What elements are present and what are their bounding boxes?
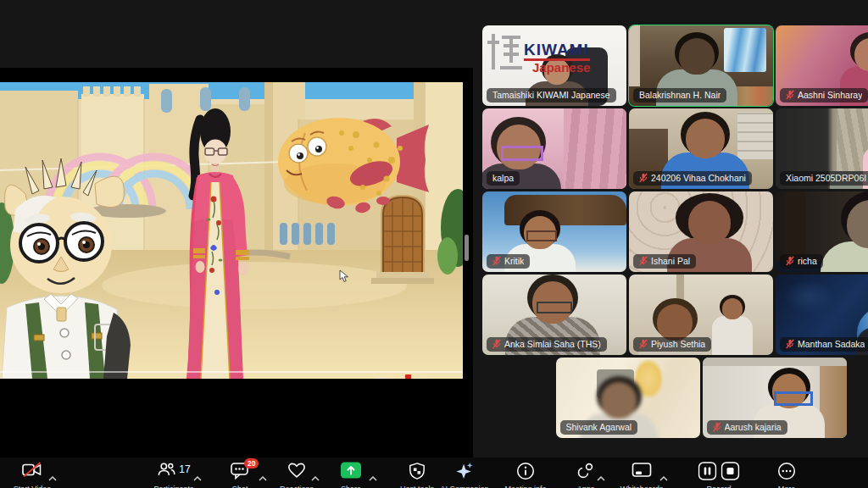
participant-name-pill: Tamaishiki KIWAMI Japanese <box>487 88 616 103</box>
apps-icon <box>576 462 595 480</box>
participant-tile[interactable]: 240206 Vihaa Chokhani <box>629 108 773 189</box>
participant-name: richa <box>798 256 817 266</box>
start-video-button[interactable]: Start Video <box>22 462 42 478</box>
shared-screen-content <box>0 68 473 458</box>
participant-name: Shivank Agarwal <box>566 422 632 432</box>
stop-recording-icon[interactable] <box>721 462 740 480</box>
participants-button[interactable]: 17 Participants <box>157 462 190 477</box>
participant-name: Ishani Pal <box>651 256 690 266</box>
participant-tile[interactable]: KIWAMI Japanese Tamaishiki KIWAMI Japane… <box>482 25 626 106</box>
participant-name-pill: Piyush Sethia <box>633 337 711 352</box>
chevron-up-icon[interactable] <box>193 469 202 485</box>
glasses <box>501 146 543 161</box>
toolbar-label: Participants <box>153 485 193 488</box>
kiwami-wordmark: KIWAMI <box>524 42 590 61</box>
chat-unread-badge: 20 <box>244 458 259 469</box>
whiteboard-icon <box>632 462 652 479</box>
chevron-up-icon[interactable] <box>259 469 267 485</box>
participant-name-pill: Xiaomi 2505DRP06I <box>780 171 868 186</box>
nebula-glow <box>784 280 835 313</box>
participant-name-pill: Balakrishnan H. Nair <box>633 88 726 103</box>
captions-icon[interactable] <box>376 378 389 379</box>
chevron-up-icon[interactable] <box>659 469 668 485</box>
participant-name: Xiaomi 2505DRP06I <box>786 173 866 183</box>
participant-tile[interactable]: Aashni Sinharay <box>776 25 868 106</box>
record-controls: Record <box>698 462 740 480</box>
mic-muted-icon <box>786 256 794 266</box>
glasses <box>774 391 813 406</box>
meeting-info-button[interactable]: Meeting info <box>516 462 535 480</box>
participant-tile[interactable]: Manthan Sadaka <box>776 274 868 355</box>
participant-tile[interactable]: Balakrishnan H. Nair <box>629 25 773 106</box>
participant-name-pill: kalpa <box>487 171 520 186</box>
chevron-up-icon[interactable] <box>311 469 320 485</box>
chevron-up-icon[interactable] <box>369 469 377 485</box>
participant-name: Balakrishnan H. Nair <box>639 90 721 100</box>
participant-name-pill: Anka Simlai Saha (THS) <box>487 337 607 352</box>
scrollbar-thumb[interactable] <box>465 235 469 261</box>
chevron-up-icon[interactable] <box>597 469 605 485</box>
shared-video-player[interactable] <box>0 82 463 379</box>
kiwami-kanji-icon <box>487 30 522 73</box>
video-progress-bar[interactable] <box>0 371 463 373</box>
participant-name: kalpa <box>492 173 514 183</box>
participant-tile[interactable]: Shivank Agarwal <box>556 358 700 438</box>
info-icon <box>516 462 535 480</box>
heart-icon <box>287 462 306 479</box>
mic-muted-icon <box>786 90 794 100</box>
participant-name-pill: richa <box>780 254 823 269</box>
participant-name: Anka Simlai Saha (THS) <box>504 339 601 349</box>
share-screen-icon <box>340 462 362 479</box>
chevron-up-icon[interactable] <box>48 469 57 485</box>
participant-name: Tamaishiki KIWAMI Japanese <box>492 90 610 100</box>
participant-tile[interactable]: richa <box>776 191 868 272</box>
participant-tile[interactable]: Kritik <box>482 191 626 272</box>
participant-figure <box>821 191 868 272</box>
participant-figure <box>712 295 753 355</box>
sparkle-icon <box>455 462 475 480</box>
reactions-button[interactable]: Reactions <box>287 462 306 479</box>
shield-icon <box>409 462 426 480</box>
participant-name-pill: Aarush kajaria <box>707 420 787 435</box>
apps-button[interactable]: Apps <box>576 462 595 480</box>
participant-count: 17 <box>179 463 190 475</box>
participant-name-pill: Ishani Pal <box>633 254 696 269</box>
more-button[interactable]: More <box>777 462 796 480</box>
participant-name: Aashni Sinharay <box>798 90 862 100</box>
pause-recording-icon[interactable] <box>698 462 717 480</box>
toolbar-label: Chat <box>231 485 248 488</box>
mic-muted-icon <box>639 339 648 349</box>
participant-tile[interactable]: Anka Simlai Saha (THS) <box>482 274 626 355</box>
participant-name: Kritik <box>504 256 524 266</box>
meeting-toolbar: Start Video 17 Participants Chat 20 Reac… <box>0 458 868 488</box>
participant-name: Piyush Sethia <box>651 339 705 349</box>
mic-muted-icon <box>786 339 794 349</box>
participant-name: Aarush kajaria <box>725 422 782 432</box>
cartoon-scene <box>0 82 463 379</box>
fullscreen-icon[interactable] <box>416 378 427 380</box>
whiteboards-button[interactable]: Whiteboards <box>632 462 652 479</box>
participant-tile[interactable]: Piyush Sethia <box>629 274 773 355</box>
participant-name-pill: Kritik <box>487 254 530 269</box>
share-screen-button[interactable]: Share <box>340 462 362 479</box>
mic-muted-icon <box>713 422 721 432</box>
toolbar-label: Share <box>341 485 361 488</box>
mouse-cursor <box>339 269 349 286</box>
host-tools-button[interactable]: Host tools <box>409 462 426 480</box>
toolbar-label: Host tools <box>400 485 434 488</box>
settings-icon[interactable] <box>397 377 409 379</box>
participant-tile[interactable]: Aarush kajaria <box>703 358 847 438</box>
ceiling <box>703 358 847 366</box>
toolbar-label: AI Companion <box>440 485 488 488</box>
mic-muted-icon <box>492 256 501 266</box>
participant-name-pill: Manthan Sadaka <box>780 337 868 352</box>
kiwami-logo: KIWAMI Japanese <box>487 30 590 75</box>
participant-tile[interactable]: Xiaomi 2505DRP06I <box>776 108 868 189</box>
ellipsis-icon <box>777 462 796 480</box>
participant-tile[interactable]: kalpa <box>482 108 626 189</box>
mic-muted-icon <box>639 173 648 183</box>
participant-name-pill: 240206 Vihaa Chokhani <box>633 171 752 186</box>
participant-tile[interactable]: Ishani Pal <box>629 191 773 272</box>
ai-companion-button[interactable]: AI Companion <box>455 462 475 480</box>
toolbar-label: Meeting info <box>504 485 546 488</box>
